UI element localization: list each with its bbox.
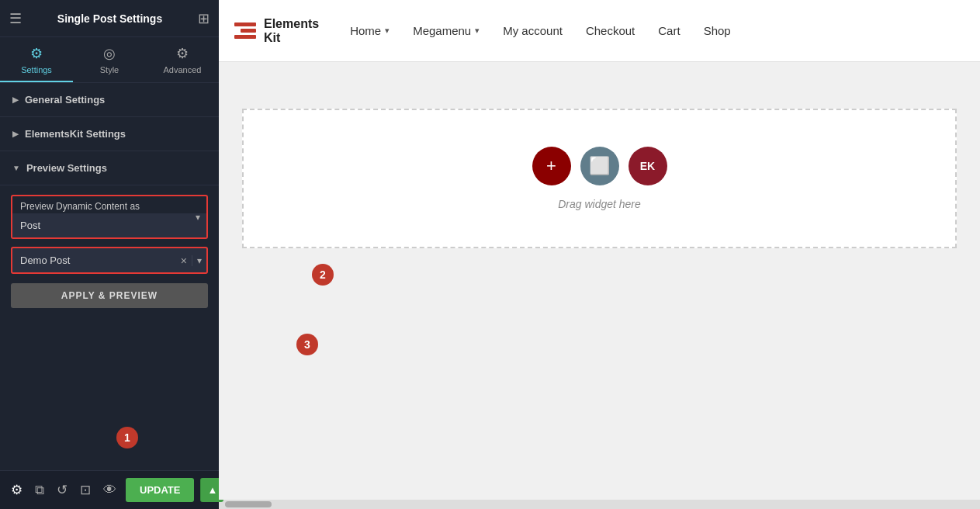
clear-post-icon[interactable]: × [176, 254, 192, 267]
tab-settings-label: Settings [21, 65, 52, 74]
advanced-tab-icon: ⚙ [176, 45, 189, 62]
tab-style-label: Style [100, 65, 119, 74]
update-button[interactable]: UPDATE [126, 478, 194, 502]
nav-checkout[interactable]: Checkout [586, 24, 635, 37]
sidebar-title: Single Post Settings [57, 12, 162, 25]
preview-settings-section[interactable]: ▼ Preview Settings [0, 151, 219, 185]
logo-text-area: Elements Kit [264, 16, 319, 45]
preview-content-type-wrapper: Preview Dynamic Content as Post Page Cus… [11, 195, 208, 239]
canvas-scrollbar[interactable] [219, 500, 980, 509]
main-content: Elements Kit Home ▾ Megamenu ▾ My accoun… [219, 0, 980, 509]
nav-home[interactable]: Home ▾ [350, 24, 390, 37]
sidebar-footer: ⚙ ⧉ ↺ ⊡ 👁 UPDATE ▲ [0, 470, 219, 509]
layers-footer-icon[interactable]: ⧉ [32, 480, 47, 501]
nav-menu: Home ▾ Megamenu ▾ My account Checkout Ca… [350, 24, 731, 37]
elementskit-button[interactable]: EK [629, 147, 667, 185]
tab-settings[interactable]: ⚙ Settings [0, 37, 73, 82]
logo: Elements Kit [234, 16, 319, 45]
preview-chevron-icon: ▼ [12, 164, 20, 172]
grid-icon[interactable]: ⊞ [198, 10, 210, 27]
folder-button[interactable]: ⬜ [580, 147, 619, 185]
add-widget-button[interactable]: + [532, 147, 571, 185]
preview-settings-body: Preview Dynamic Content as Post Page Cus… [0, 185, 219, 317]
drop-actions: + ⬜ EK [532, 147, 667, 185]
nav-myaccount-label: My account [503, 24, 563, 37]
tab-style[interactable]: ◎ Style [73, 37, 146, 82]
eye-footer-icon[interactable]: 👁 [100, 480, 119, 501]
nav-checkout-label: Checkout [586, 24, 635, 37]
logo-bar-mid [241, 29, 256, 33]
top-navbar: Elements Kit Home ▾ Megamenu ▾ My accoun… [219, 0, 980, 62]
logo-line1: Elements [264, 16, 319, 31]
preview-content-type-select[interactable]: Post Page Custom [12, 213, 206, 237]
preview-dynamic-label: Preview Dynamic Content as [12, 196, 206, 213]
responsive-footer-icon[interactable]: ⊡ [77, 479, 94, 501]
general-settings-label: General Settings [25, 94, 105, 106]
drag-hint-text: Drag widget here [558, 198, 641, 210]
style-tab-icon: ◎ [103, 45, 116, 62]
drop-zone[interactable]: + ⬜ EK Drag widget here [242, 109, 957, 248]
nav-myaccount[interactable]: My account [503, 24, 563, 37]
logo-bar-top [234, 23, 256, 26]
megamenu-arrow-icon: ▾ [475, 26, 480, 36]
elementskit-settings-section[interactable]: ▶ ElementsKit Settings [0, 117, 219, 151]
nav-cart-label: Cart [658, 24, 680, 37]
logo-icon [234, 23, 256, 39]
demo-post-input[interactable] [12, 248, 176, 272]
tab-advanced[interactable]: ⚙ Advanced [146, 37, 219, 82]
elementskit-chevron-icon: ▶ [12, 130, 19, 138]
demo-post-wrapper: × ▾ [11, 247, 208, 274]
nav-shop[interactable]: Shop [704, 24, 731, 37]
nav-megamenu-label: Megamenu [413, 24, 471, 37]
apply-preview-button[interactable]: APPLY & PREVIEW [11, 283, 208, 308]
nav-megamenu[interactable]: Megamenu ▾ [413, 24, 480, 37]
elementskit-settings-label: ElementsKit Settings [25, 128, 126, 140]
nav-cart[interactable]: Cart [658, 24, 680, 37]
history-footer-icon[interactable]: ↺ [54, 479, 71, 501]
scrollbar-thumb [225, 501, 272, 507]
sidebar-header: ☰ Single Post Settings ⊞ [0, 0, 219, 37]
sidebar-content: ▶ General Settings ▶ ElementsKit Setting… [0, 83, 219, 470]
nav-home-label: Home [350, 24, 381, 37]
annotation-3: 3 [296, 334, 318, 355]
logo-bar-bot [234, 35, 256, 39]
logo-bars [234, 23, 256, 39]
canvas-area[interactable]: + ⬜ EK Drag widget here 2 3 [219, 62, 980, 500]
general-chevron-icon: ▶ [12, 95, 19, 104]
annotation-1: 1 [116, 427, 138, 448]
post-dropdown-icon[interactable]: ▾ [192, 255, 206, 266]
sidebar-tabs: ⚙ Settings ◎ Style ⚙ Advanced [0, 37, 219, 83]
hamburger-icon[interactable]: ☰ [9, 10, 22, 27]
home-arrow-icon: ▾ [385, 26, 390, 36]
annotation-2: 2 [312, 264, 334, 286]
preview-settings-label: Preview Settings [26, 162, 107, 174]
gear-footer-icon[interactable]: ⚙ [8, 479, 26, 501]
settings-tab-icon: ⚙ [30, 45, 43, 62]
general-settings-section[interactable]: ▶ General Settings [0, 83, 219, 117]
nav-shop-label: Shop [704, 24, 731, 37]
logo-line2: Kit [264, 31, 319, 45]
tab-advanced-label: Advanced [164, 65, 202, 74]
sidebar: ☰ Single Post Settings ⊞ ⚙ Settings ◎ St… [0, 0, 219, 509]
